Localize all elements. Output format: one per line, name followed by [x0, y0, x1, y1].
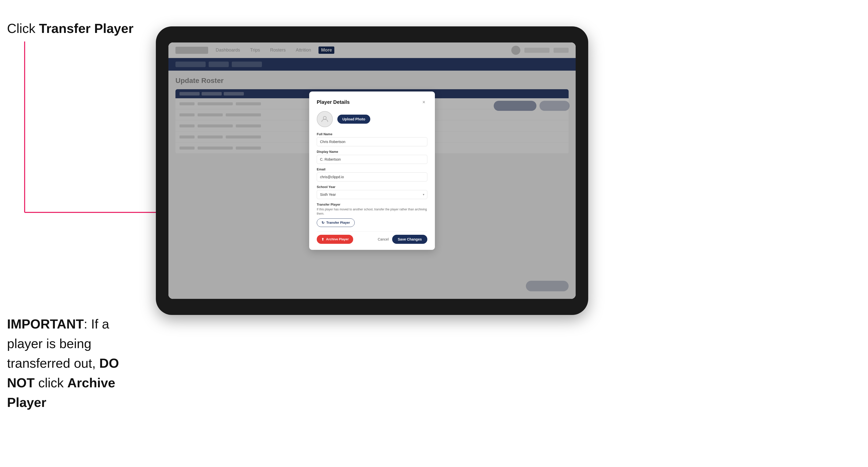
- transfer-player-button[interactable]: ↻ Transfer Player: [317, 218, 355, 227]
- full-name-label: Full Name: [317, 132, 427, 136]
- display-name-field: Display Name: [317, 150, 427, 164]
- svg-point-3: [323, 116, 326, 119]
- photo-section: Upload Photo: [317, 111, 427, 127]
- email-input[interactable]: [317, 173, 427, 182]
- school-year-select[interactable]: First Year Second Year Third Year Fourth…: [317, 190, 427, 199]
- archive-player-button[interactable]: ⬆ Archive Player: [317, 235, 353, 244]
- upload-photo-button[interactable]: Upload Photo: [337, 115, 370, 124]
- modal-title: Player Details: [317, 99, 350, 105]
- transfer-icon: ↻: [321, 221, 324, 225]
- instruction-bold: Transfer Player: [39, 21, 133, 36]
- instruction-prefix: Click: [7, 21, 39, 36]
- tablet-screen: Dashboards Trips Rosters Attrition More: [168, 42, 576, 299]
- school-year-select-wrapper: First Year Second Year Third Year Fourth…: [317, 190, 427, 199]
- transfer-player-section: Transfer Player If this player has moved…: [317, 203, 427, 227]
- school-year-label: School Year: [317, 185, 427, 189]
- email-label: Email: [317, 167, 427, 171]
- display-name-input[interactable]: [317, 155, 427, 164]
- save-changes-button[interactable]: Save Changes: [392, 235, 427, 244]
- app-background: Dashboards Trips Rosters Attrition More: [168, 42, 576, 299]
- cancel-button[interactable]: Cancel: [378, 237, 389, 241]
- full-name-input[interactable]: [317, 137, 427, 146]
- footer-right-buttons: Cancel Save Changes: [378, 235, 427, 244]
- modal-header: Player Details ×: [317, 98, 427, 105]
- transfer-section-description: If this player has moved to another scho…: [317, 207, 427, 216]
- instruction-bottom: IMPORTANT: If a player is being transfer…: [7, 314, 140, 412]
- school-year-field: School Year First Year Second Year Third…: [317, 185, 427, 199]
- full-name-field: Full Name: [317, 132, 427, 146]
- important-label: IMPORTANT: [7, 317, 84, 331]
- modal-close-button[interactable]: ×: [420, 98, 427, 105]
- email-field: Email: [317, 167, 427, 182]
- modal-footer: ⬆ Archive Player Cancel Save Changes: [317, 231, 427, 244]
- instruction-top: Click Transfer Player: [7, 20, 133, 37]
- modal-overlay: Player Details × Upload: [168, 42, 576, 299]
- tablet-frame: Dashboards Trips Rosters Attrition More: [156, 26, 588, 315]
- arrow-indicator: [12, 41, 168, 243]
- transfer-section-label: Transfer Player: [317, 203, 427, 206]
- display-name-label: Display Name: [317, 150, 427, 154]
- player-details-modal: Player Details × Upload: [309, 92, 435, 250]
- archive-icon: ⬆: [321, 237, 324, 241]
- avatar-placeholder: [317, 111, 333, 127]
